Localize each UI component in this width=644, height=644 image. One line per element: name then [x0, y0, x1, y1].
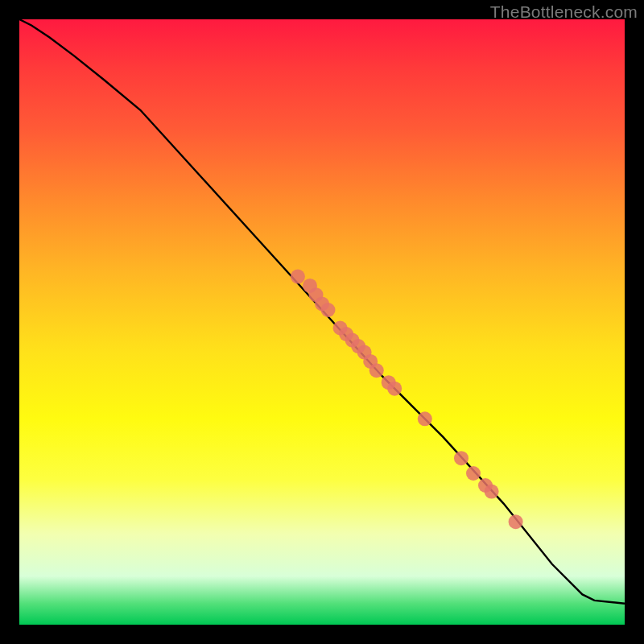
highlighted-points-group — [291, 270, 523, 530]
watermark-text: TheBottleneck.com — [490, 2, 638, 22]
chart-frame: TheBottleneck.com — [0, 0, 644, 644]
data-point — [454, 451, 469, 465]
data-point — [291, 270, 305, 284]
data-point — [509, 514, 523, 529]
data-point — [466, 466, 481, 481]
data-point — [369, 363, 384, 378]
data-point — [485, 485, 499, 499]
data-point — [418, 411, 432, 426]
data-point — [387, 382, 402, 396]
data-point — [321, 303, 336, 317]
chart-svg — [19, 19, 625, 625]
chart-plot-area — [19, 19, 625, 625]
